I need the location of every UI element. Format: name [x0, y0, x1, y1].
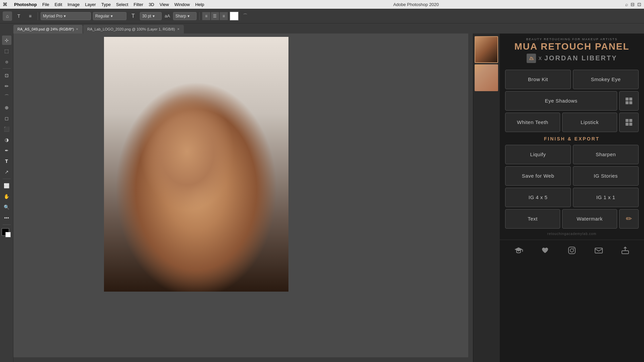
- text-button[interactable]: Text: [505, 209, 560, 229]
- export-button[interactable]: [619, 244, 632, 257]
- tab-png-close[interactable]: ✕: [177, 27, 180, 31]
- grid-cell-4: [629, 101, 632, 104]
- mail-button[interactable]: [592, 244, 605, 257]
- brush-tool[interactable]: ⌒: [2, 92, 11, 102]
- tabs-bar: RA_AS_049.psd @ 24% (RGB/8*) ✕ RA_Lab_LO…: [0, 23, 644, 34]
- menu-image[interactable]: Image: [65, 2, 82, 7]
- lipstick-grid-icon: [626, 119, 632, 126]
- svg-rect-27: [528, 55, 534, 61]
- foreground-background-colors[interactable]: [2, 228, 12, 238]
- menu-select[interactable]: Select: [113, 2, 131, 7]
- type-tool[interactable]: T: [2, 157, 11, 166]
- font-size-input[interactable]: 30 pt ▾: [140, 12, 162, 20]
- font-family-dropdown[interactable]: Myriad Pro ▾: [41, 12, 91, 20]
- align-right-icon[interactable]: ≡: [220, 12, 228, 20]
- more-tools[interactable]: •••: [2, 213, 11, 223]
- lasso-tool[interactable]: ⌾: [2, 57, 11, 66]
- photo-face: [104, 37, 288, 292]
- btn-row-export-3: IG 4 x 5 IG 1 x 1: [505, 188, 639, 207]
- crop-tool[interactable]: ⊡: [2, 71, 11, 80]
- menu-type[interactable]: Type: [99, 2, 113, 7]
- tab-psd-close[interactable]: ✕: [76, 27, 78, 31]
- grid-icon: [626, 98, 632, 104]
- eye-shadows-grid-button[interactable]: [619, 91, 639, 111]
- btn-row-export-1: Liquify Sharpen: [505, 145, 639, 164]
- zoom-tool[interactable]: 🔍: [2, 202, 11, 212]
- btn-row-1: Brow Kit Smokey Eye: [505, 70, 639, 89]
- instagram-button[interactable]: [565, 244, 579, 257]
- whiten-teeth-button[interactable]: Whiten Teeth: [505, 113, 560, 132]
- shape-tool[interactable]: ⬜: [2, 181, 11, 190]
- menu-filter[interactable]: Filter: [131, 2, 146, 7]
- menu-photoshop[interactable]: Photoshop: [11, 2, 40, 7]
- text-align-group: ≡ ☰ ≡: [202, 12, 228, 20]
- website-url: retouchingacademylab.com: [505, 231, 639, 237]
- window-title: Adobe Photoshop 2020: [207, 2, 625, 7]
- menu-help[interactable]: Help: [193, 2, 207, 7]
- tool-divider-1: [3, 68, 11, 69]
- font-style-dropdown[interactable]: Regular ▾: [93, 12, 126, 20]
- brow-kit-button[interactable]: Brow Kit: [505, 70, 571, 89]
- window-max-icon[interactable]: ⊡: [637, 2, 641, 7]
- thumbnail-image-1: [475, 37, 497, 62]
- tab-psd-file[interactable]: RA_AS_049.psd @ 24% (RGB/8*) ✕: [13, 25, 83, 34]
- pen-tool[interactable]: ✒: [2, 146, 11, 155]
- mua-header: BEAUTY RETOUCHING FOR MAKEUP ARTISTS MUA…: [500, 34, 644, 67]
- thumbnail-item-1[interactable]: [475, 36, 498, 63]
- text-color-swatch[interactable]: [230, 12, 238, 20]
- thumbnail-image-2: [475, 64, 498, 91]
- ig-stories-button[interactable]: IG Stories: [573, 166, 639, 186]
- canvas-scrollbar-horizontal[interactable]: [13, 357, 468, 362]
- window-minimize-icon[interactable]: ⊟: [631, 2, 635, 7]
- tab-png-file[interactable]: RA_Lab_LOGO_2020.png @ 100% (Layer 1, RG…: [83, 25, 183, 34]
- menu-window[interactable]: Window: [172, 2, 193, 7]
- heart-button[interactable]: [538, 244, 552, 257]
- edit-pencil-button[interactable]: ✏: [619, 209, 639, 229]
- home-button[interactable]: ⌂: [3, 11, 12, 21]
- smokey-eye-button[interactable]: Smokey Eye: [573, 70, 639, 89]
- canvas-area[interactable]: [13, 34, 473, 362]
- text-tool-icon[interactable]: T: [14, 11, 23, 21]
- ig-1x1-button[interactable]: IG 1 x 1: [573, 188, 639, 207]
- menu-layer[interactable]: Layer: [82, 2, 99, 7]
- font-size-icon: T: [128, 11, 138, 21]
- graduation-cap-button[interactable]: [512, 244, 525, 257]
- liquify-button[interactable]: Liquify: [505, 145, 571, 164]
- text-options-icon[interactable]: ≡: [25, 11, 35, 21]
- watermark-button[interactable]: Watermark: [562, 209, 617, 229]
- eraser-tool[interactable]: ◻: [2, 114, 11, 123]
- menu-3d[interactable]: 3D: [146, 2, 157, 7]
- dodge-tool[interactable]: ◑: [2, 135, 11, 144]
- mua-collab-row: x JORDAN LIBERTY: [505, 52, 639, 64]
- save-for-web-button[interactable]: Save for Web: [505, 166, 571, 186]
- eyedropper-tool[interactable]: ✏: [2, 81, 11, 91]
- background-color[interactable]: [5, 232, 11, 237]
- export-icon: [621, 246, 630, 255]
- heart-icon: [541, 246, 549, 255]
- canvas-scrollbar-vertical[interactable]: [468, 34, 473, 362]
- mua-collab-icon: [527, 54, 536, 63]
- eye-shadows-button[interactable]: Eye Shadows: [505, 91, 617, 111]
- clone-tool[interactable]: ⊕: [2, 103, 11, 112]
- select-tool[interactable]: ⬚: [2, 46, 11, 56]
- menu-edit[interactable]: Edit: [52, 2, 65, 7]
- menu-file[interactable]: File: [40, 2, 52, 7]
- move-tool[interactable]: ⊹: [2, 36, 11, 45]
- align-left-icon[interactable]: ≡: [202, 12, 210, 20]
- sharpen-button[interactable]: Sharpen: [573, 145, 639, 164]
- lipstick-button[interactable]: Lipstick: [562, 113, 617, 132]
- lipstick-grid-button[interactable]: [619, 113, 639, 132]
- hand-tool[interactable]: ✋: [2, 192, 11, 201]
- thumbnail-item-2[interactable]: [475, 64, 498, 91]
- align-center-icon[interactable]: ☰: [211, 12, 219, 20]
- gradient-tool[interactable]: ⬛: [2, 124, 11, 134]
- search-icon[interactable]: ⌕: [625, 2, 628, 7]
- ig-4x5-button[interactable]: IG 4 x 5: [505, 188, 571, 207]
- sharp-dropdown[interactable]: Sharp ▾: [173, 12, 197, 20]
- warp-text-icon[interactable]: ⌒: [240, 11, 250, 21]
- apple-menu[interactable]: ⌘: [3, 2, 7, 7]
- foreground-color[interactable]: [2, 228, 9, 236]
- path-tool[interactable]: ↗: [2, 167, 11, 177]
- mua-title: MUA RETOUCH PANEL: [505, 41, 639, 52]
- menu-view[interactable]: View: [157, 2, 172, 7]
